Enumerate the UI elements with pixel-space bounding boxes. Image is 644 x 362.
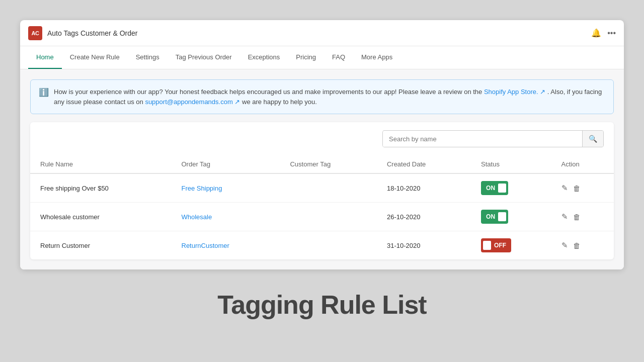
col-order-tag: Order Tag [172,155,280,173]
top-bar-left: AC Auto Tags Customer & Order [28,26,137,40]
bell-icon[interactable]: 🔔 [591,28,601,38]
action-icons-2: ✎ 🗑 [561,212,604,221]
created-date-cell: 26-10-2020 [377,203,471,231]
top-bar: AC Auto Tags Customer & Order 🔔 ••• [20,20,624,46]
info-banner: ℹ️ How is your experience with our app? … [30,79,614,114]
customer-tag-cell [280,203,377,231]
top-bar-right: 🔔 ••• [591,28,616,38]
content: ℹ️ How is your experience with our app? … [20,69,624,269]
status-cell: ON [471,173,551,203]
table-toolbar: 🔍 [30,122,614,155]
status-cell: ON [471,203,551,231]
info-icon: ℹ️ [39,87,49,97]
customer-tag-cell [280,231,377,260]
table-header-row: Rule Name Order Tag Customer Tag Created… [30,155,614,173]
toggle-off-label-3: OFF [494,242,506,249]
action-cell-3: ✎ 🗑 [551,231,614,260]
customer-tag-cell [280,173,377,203]
footer-title: Tagging Rule List [20,269,624,330]
edit-icon-2[interactable]: ✎ [561,212,568,221]
rule-name-cell: Wholesale customer [30,203,172,231]
toggle-handle-off-3 [483,241,491,250]
order-tag-link-2[interactable]: Wholesale [182,213,212,221]
nav-tag-previous-order[interactable]: Tag Previous Order [168,46,240,69]
nav-faq[interactable]: FAQ [324,46,353,69]
order-tag-cell: ReturnCustomer [172,231,280,260]
created-date-cell: 31-10-2020 [377,231,471,260]
table-card: 🔍 Rule Name Order Tag Customer Tag Creat… [30,122,614,259]
shopify-link-text: Shopify App Store. [484,88,538,96]
table-row: Free shipping Over $50 Free Shipping 18-… [30,173,614,203]
nav-more-apps[interactable]: More Apps [353,46,400,69]
action-icons-1: ✎ 🗑 [561,184,604,193]
search-button[interactable]: 🔍 [582,131,603,147]
app-logo: AC [28,26,42,40]
support-email-link[interactable]: support@appondemands.com ↗ [145,98,240,106]
col-customer-tag: Customer Tag [280,155,377,173]
order-tag-cell: Wholesale [172,203,280,231]
nav-settings[interactable]: Settings [128,46,168,69]
status-cell: OFF [471,231,551,260]
app-title: Auto Tags Customer & Order [47,29,137,37]
col-status: Status [471,155,551,173]
page-wrapper: AC Auto Tags Customer & Order 🔔 ••• Home… [20,20,624,330]
order-tag-link-1[interactable]: Free Shipping [182,185,222,192]
nav-home[interactable]: Home [28,46,62,69]
toggle-on-1[interactable]: ON [481,181,508,195]
info-text: How is your experience with our app? You… [54,87,605,107]
rule-name-cell: Free shipping Over $50 [30,173,172,203]
search-input[interactable] [383,131,582,147]
more-icon[interactable]: ••• [607,29,616,38]
order-tag-link-3[interactable]: ReturnCustomer [182,242,229,249]
col-created-date: Created Date [377,155,471,173]
action-cell-1: ✎ 🗑 [551,173,614,203]
toggle-on-label-1: ON [486,185,495,192]
info-text-before: How is your experience with our app? You… [54,88,484,96]
order-tag-cell: Free Shipping [172,173,280,203]
nav-create-new-rule[interactable]: Create New Rule [62,46,128,69]
info-text-after: we are happy to help you. [240,98,317,106]
support-email-text: support@appondemands.com [145,98,232,106]
app-window: AC Auto Tags Customer & Order 🔔 ••• Home… [20,20,624,269]
search-wrapper: 🔍 [382,130,604,147]
table-row: Wholesale customer Wholesale 26-10-2020 … [30,203,614,231]
toggle-handle-on-1 [498,184,506,193]
toggle-on-label-2: ON [486,213,495,220]
edit-icon-1[interactable]: ✎ [561,184,568,193]
toggle-handle-on-2 [498,212,506,221]
nav-exceptions[interactable]: Exceptions [240,46,288,69]
table-row: Return Customer ReturnCustomer 31-10-202… [30,231,614,260]
rule-name-cell: Return Customer [30,231,172,260]
action-cell-2: ✎ 🗑 [551,203,614,231]
delete-icon-3[interactable]: 🗑 [573,241,581,250]
edit-icon-3[interactable]: ✎ [561,241,568,250]
nav: Home Create New Rule Settings Tag Previo… [20,46,624,69]
delete-icon-1[interactable]: 🗑 [573,184,581,193]
delete-icon-2[interactable]: 🗑 [573,213,581,221]
nav-pricing[interactable]: Pricing [288,46,324,69]
toggle-on-2[interactable]: ON [481,210,508,224]
action-icons-3: ✎ 🗑 [561,241,604,250]
shopify-app-store-link[interactable]: Shopify App Store. ↗ [484,88,545,96]
col-action: Action [551,155,614,173]
rules-table: Rule Name Order Tag Customer Tag Created… [30,155,614,259]
col-rule-name: Rule Name [30,155,172,173]
created-date-cell: 18-10-2020 [377,173,471,203]
toggle-off-3[interactable]: OFF [481,238,511,252]
